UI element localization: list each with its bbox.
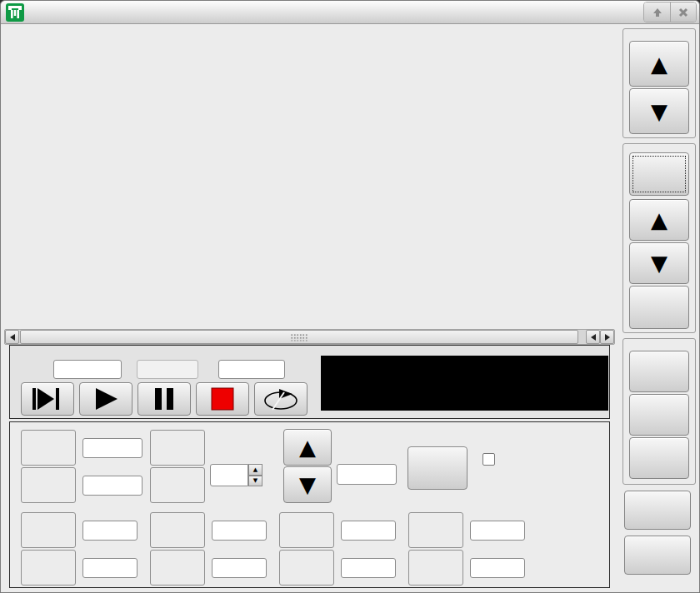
amplitude-up-button[interactable]: ▲ <box>629 41 689 87</box>
scrollbar-thumb[interactable] <box>20 330 578 344</box>
amplitude-down-button[interactable]: ▼ <box>629 88 689 134</box>
hook-end-field[interactable] <box>470 558 525 578</box>
spin-up-button[interactable]: ▲ <box>248 464 262 476</box>
gain-up-button[interactable]: ▲ <box>283 429 332 466</box>
grip-dots-icon <box>291 333 308 341</box>
overlap-field <box>137 360 198 379</box>
up-arrow-icon: ▲ <box>651 53 668 75</box>
down-arrow-icon: ▼ <box>651 252 668 274</box>
goto-cursor-button[interactable] <box>629 351 689 392</box>
no-fade-checkbox[interactable] <box>482 453 495 466</box>
fade-up-field[interactable] <box>82 521 138 541</box>
marker-panel: ▲ ▼ ▲ ▼ <box>9 421 610 588</box>
rivendell-logo-icon <box>5 2 25 22</box>
talk-end-button[interactable] <box>150 550 205 586</box>
close-button[interactable] <box>670 2 696 22</box>
right-arrow-icon <box>605 334 613 341</box>
play-from-start-icon <box>29 386 66 411</box>
cut-end-field[interactable] <box>82 476 142 496</box>
up-arrow-icon: ▲ <box>651 209 668 231</box>
spin-up-icon: ▲ <box>253 466 258 473</box>
play-button[interactable] <box>79 382 132 416</box>
window-controls <box>643 2 697 22</box>
shade-button[interactable] <box>644 2 670 22</box>
remove-marker-button[interactable] <box>408 446 468 490</box>
stop-icon <box>210 386 235 411</box>
waveform-scrollbar[interactable] <box>4 329 615 345</box>
gain-down-button[interactable]: ▼ <box>283 466 332 503</box>
length-field[interactable] <box>218 360 285 379</box>
fade-up-button[interactable] <box>21 512 76 548</box>
stop-button[interactable] <box>196 382 249 416</box>
cut-gain-field[interactable] <box>337 464 397 485</box>
talk-end-field[interactable] <box>212 558 267 578</box>
scroll-left-button-2[interactable] <box>586 330 600 344</box>
time-full-in-button[interactable] <box>629 152 689 196</box>
edit-audio-window: ▲ ▼ ▲ ▼ <box>0 0 700 593</box>
scrollbar-track[interactable] <box>19 330 586 344</box>
threshold-field[interactable] <box>210 464 248 486</box>
time-zoom-in-button[interactable]: ▲ <box>629 199 689 241</box>
threshold-spinbox[interactable]: ▲ ▼ <box>210 464 262 486</box>
close-icon <box>678 7 688 17</box>
hook-start-button[interactable] <box>408 512 463 548</box>
segue-end-field[interactable] <box>341 558 396 578</box>
talk-start-button[interactable] <box>150 512 205 548</box>
segue-end-button[interactable] <box>279 550 334 586</box>
talk-start-field[interactable] <box>212 521 267 541</box>
dialog-content: ▲ ▼ ▲ ▼ <box>1 24 699 593</box>
trim-end-button[interactable] <box>150 467 205 503</box>
fade-down-button[interactable] <box>21 550 76 586</box>
segue-start-button[interactable] <box>279 512 334 548</box>
play-icon <box>91 386 121 411</box>
fade-down-field[interactable] <box>82 558 138 578</box>
amplitude-group: ▲ ▼ <box>622 28 696 138</box>
waveform-display[interactable] <box>1 24 618 329</box>
scroll-left-button[interactable] <box>5 330 19 344</box>
goto-end-button[interactable] <box>629 437 689 479</box>
time-group: ▲ ▼ <box>622 143 696 333</box>
left-arrow-icon <box>588 334 596 341</box>
scroll-right-button[interactable] <box>600 330 614 344</box>
segue-start-field[interactable] <box>341 521 396 541</box>
left-arrow-icon <box>7 334 15 341</box>
meter-scale <box>341 375 591 390</box>
up-arrow-icon: ▲ <box>299 436 316 458</box>
shade-icon <box>652 7 663 18</box>
loop-icon <box>259 386 302 412</box>
play-from-start-button[interactable] <box>21 382 74 416</box>
transport-panel <box>9 345 610 419</box>
titlebar <box>1 1 699 24</box>
spin-down-button[interactable]: ▼ <box>248 476 262 487</box>
audio-level-meter <box>321 356 608 411</box>
hook-end-button[interactable] <box>408 550 463 586</box>
loop-button[interactable] <box>254 382 308 416</box>
trim-start-button[interactable] <box>150 430 205 466</box>
save-button[interactable] <box>624 491 691 530</box>
cut-start-button[interactable] <box>21 430 76 466</box>
position-field[interactable] <box>53 360 122 379</box>
pause-icon <box>152 386 177 411</box>
goto-home-button[interactable] <box>629 394 689 436</box>
cancel-button[interactable] <box>624 536 691 575</box>
time-full-out-button[interactable] <box>629 286 689 329</box>
cut-end-button[interactable] <box>21 467 76 503</box>
down-arrow-icon: ▼ <box>299 474 316 496</box>
time-zoom-out-button[interactable]: ▼ <box>629 242 689 284</box>
goto-group <box>622 338 696 485</box>
pause-button[interactable] <box>138 382 191 416</box>
down-arrow-icon: ▼ <box>651 101 668 122</box>
cut-start-field[interactable] <box>82 438 142 458</box>
spin-down-icon: ▼ <box>253 477 258 484</box>
hook-start-field[interactable] <box>470 521 525 541</box>
